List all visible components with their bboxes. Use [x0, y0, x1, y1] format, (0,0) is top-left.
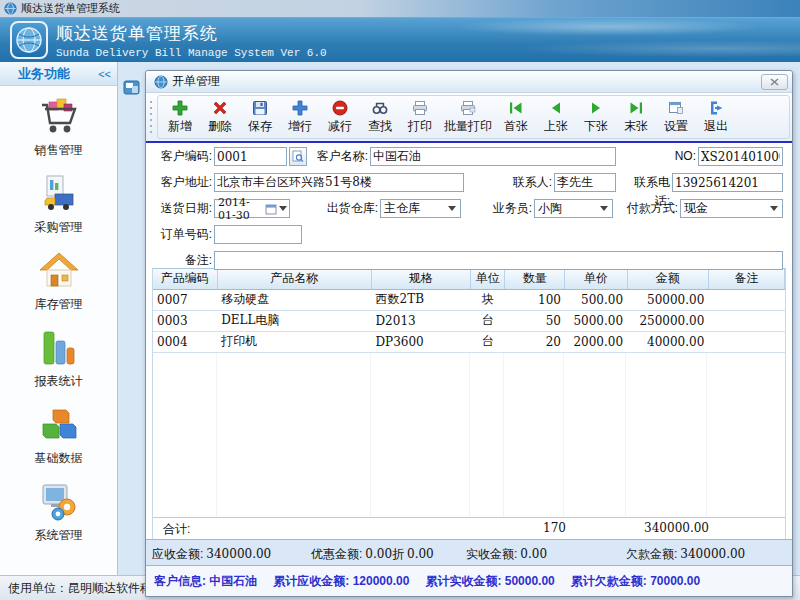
cell-amount[interactable]: 40000.00	[627, 331, 708, 352]
cell-qty[interactable]: 20	[505, 331, 565, 352]
toolbar-button-remove-row[interactable]: 减行	[320, 98, 360, 136]
discount-group: 优惠金额:0.00	[311, 546, 392, 563]
discount-rate-group: 折0.00	[392, 546, 434, 563]
banner-title: 顺达送货单管理系统	[56, 22, 327, 45]
order-no-input[interactable]	[214, 225, 302, 244]
toolbar-button-batch-print[interactable]: 批量打印	[440, 98, 496, 136]
delivery-date-picker[interactable]: 2014-01-30	[214, 199, 290, 218]
cell-amount[interactable]: 250000.00	[627, 310, 708, 331]
payment-label: 付款方式:	[618, 199, 678, 218]
cell-qty[interactable]: 100	[505, 289, 565, 310]
salesman-value: 小陶	[535, 200, 600, 217]
table-row[interactable]: 0003 DELL电脑 D2013 台 50 5000.00 250000.00	[153, 310, 785, 331]
customer-address-label: 客户地址:	[148, 173, 212, 192]
cell-remark[interactable]	[708, 310, 784, 331]
sidebar-item-basedata[interactable]: 基础数据	[0, 404, 117, 467]
sidebar-item-reports[interactable]: 报表统计	[0, 327, 117, 390]
toolbar-button-save[interactable]: 保存	[240, 98, 280, 136]
cell-unit[interactable]: 台	[471, 310, 505, 331]
cell-price[interactable]: 500.00	[565, 289, 627, 310]
cell-product-code[interactable]: 0003	[153, 310, 217, 331]
toolbar-button-next[interactable]: 下张	[576, 98, 616, 136]
sidebar-item-label: 系统管理	[35, 527, 83, 544]
toolbar-button-print[interactable]: 打印	[400, 98, 440, 136]
payment-value: 现金	[681, 200, 770, 217]
sidebar-item-label: 报表统计	[35, 373, 83, 390]
toolbar-button-label: 减行	[328, 118, 352, 135]
col-header-product-code: 产品编码	[153, 269, 217, 289]
cell-remark[interactable]	[708, 331, 784, 352]
cell-product-code[interactable]: 0004	[153, 331, 217, 352]
cell-product-code[interactable]: 0007	[153, 289, 217, 310]
cell-amount[interactable]: 50000.00	[627, 289, 708, 310]
cell-spec[interactable]: DP3600	[372, 331, 471, 352]
toolbar-button-label: 退出	[704, 118, 728, 135]
customer-code-input[interactable]	[214, 147, 287, 166]
cell-qty[interactable]: 50	[505, 310, 565, 331]
warehouse-select[interactable]: 主仓库	[380, 199, 461, 218]
app-root: 顺达送货单管理系统 顺达送货单管理系统 Sunda Delivery Bill …	[0, 0, 800, 600]
mdi-window-tab-icon[interactable]	[123, 80, 140, 95]
print-icon	[411, 99, 429, 117]
toolbar-button-add-row[interactable]: 增行	[280, 98, 320, 136]
close-button[interactable]	[761, 74, 788, 90]
remark-input[interactable]	[214, 251, 783, 270]
cell-product-name[interactable]: 移动硬盘	[217, 289, 371, 310]
sidebar-item-system[interactable]: 系统管理	[0, 481, 117, 544]
bar-chart-icon	[37, 327, 81, 369]
sidebar-item-inventory[interactable]: 库存管理	[0, 250, 117, 313]
payment-select[interactable]: 现金	[680, 199, 783, 218]
salesman-select[interactable]: 小陶	[534, 199, 613, 218]
toolbar-button-label: 删除	[208, 118, 232, 135]
customer-name-input[interactable]	[370, 147, 616, 166]
toolbar-button-delete[interactable]: 删除	[200, 98, 240, 136]
totals-strip: 应收金额:340000.00 优惠金额:0.00 折0.00 实收金额:0.00…	[146, 539, 792, 566]
cell-unit[interactable]: 台	[471, 331, 505, 352]
toolbar-button-label: 查找	[368, 118, 392, 135]
prev-icon	[547, 99, 565, 117]
toolbar-button-label: 新增	[168, 118, 192, 135]
table-row[interactable]: 0004 打印机 DP3600 台 20 2000.00 40000.00	[153, 331, 785, 352]
phone-input[interactable]	[672, 173, 783, 192]
cell-remark[interactable]	[708, 289, 784, 310]
app-logo-icon	[10, 21, 48, 59]
col-header-price: 单价	[565, 269, 627, 289]
sidebar-item-label: 采购管理	[35, 219, 83, 236]
sidebar-item-label: 库存管理	[35, 296, 83, 313]
toolbar-button-find[interactable]: 查找	[360, 98, 400, 136]
sidebar-item-sales[interactable]: 销售管理	[0, 96, 117, 159]
sidebar-collapse-button[interactable]: <<	[98, 68, 111, 80]
bill-no-input[interactable]	[698, 147, 783, 166]
customer-address-input[interactable]	[214, 173, 464, 192]
toolbar-button-label: 保存	[248, 118, 272, 135]
toolbar-button-new[interactable]: 新增	[160, 98, 200, 136]
cell-product-name[interactable]: 打印机	[217, 331, 371, 352]
customer-lookup-button[interactable]	[289, 147, 307, 166]
settings-icon	[667, 99, 685, 117]
receivable-value: 340000.00	[206, 547, 271, 561]
app-window-title: 顺达送货单管理系统	[21, 1, 120, 16]
cell-product-name[interactable]: DELL电脑	[217, 310, 371, 331]
table-header-row: 产品编码 产品名称 规格 单位 数量 单价 金额 备注	[153, 269, 785, 289]
status-cum-received: 累计实收金额: 50000.00	[425, 573, 554, 590]
save-icon	[251, 99, 269, 117]
toolbar-button-first[interactable]: 首张	[496, 98, 536, 136]
table-row[interactable]: 0007 移动硬盘 西数2TB 块 100 500.00 50000.00	[153, 289, 785, 310]
toolbar-button-last[interactable]: 末张	[616, 98, 656, 136]
toolbar-button-settings[interactable]: 设置	[656, 98, 696, 136]
add-row-icon	[291, 99, 309, 117]
cell-spec[interactable]: D2013	[372, 310, 471, 331]
cell-unit[interactable]: 块	[471, 289, 505, 310]
cell-price[interactable]: 2000.00	[565, 331, 627, 352]
toolbar-button-prev[interactable]: 上张	[536, 98, 576, 136]
find-icon	[371, 99, 389, 117]
cell-price[interactable]: 5000.00	[565, 310, 627, 331]
order-window: 开单管理 新增 删除 保存	[145, 70, 793, 597]
toolbar-button-exit[interactable]: 退出	[696, 98, 736, 136]
sidebar-item-purchase[interactable]: 采购管理	[0, 173, 117, 236]
toolbar-gripper[interactable]	[148, 99, 155, 135]
lookup-icon	[292, 150, 304, 163]
cell-spec[interactable]: 西数2TB	[372, 289, 471, 310]
col-header-product-name: 产品名称	[217, 269, 371, 289]
contact-input[interactable]	[554, 173, 616, 192]
